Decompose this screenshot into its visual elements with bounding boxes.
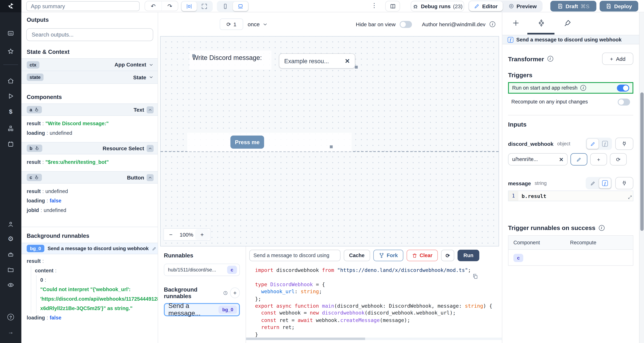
add-transformer-button[interactable]: +Add — [602, 52, 633, 65]
help-icon[interactable]: ? — [8, 314, 14, 320]
component-c-result: undefined — [46, 188, 68, 194]
collapse-button[interactable] — [147, 145, 154, 152]
docs-button[interactable] — [385, 1, 400, 12]
button-component[interactable]: Press me — [187, 133, 352, 152]
recompute-count-button[interactable]: ⟳ 1 — [220, 18, 243, 30]
tab-insert-plus-icon[interactable] — [512, 19, 520, 27]
refresh-resource-button[interactable]: ⟳ — [610, 153, 627, 166]
code-horizontal-scrollbar[interactable] — [246, 338, 502, 340]
expand-sidebar-arrow-icon[interactable]: → — [8, 328, 14, 335]
plug-icon — [621, 180, 627, 186]
windmill-logo[interactable] — [0, 0, 21, 12]
collapse-button[interactable] — [147, 174, 154, 181]
refresh-script-button[interactable]: ⟳ — [441, 250, 454, 261]
edit-pencil-icon[interactable] — [152, 246, 156, 251]
undo-button[interactable]: ↶ — [145, 1, 162, 10]
expand-arrows-icon — [201, 3, 207, 10]
zoom-out-button[interactable]: − — [164, 231, 178, 238]
resource-select-component[interactable]: Example resou... ✕ — [276, 50, 358, 70]
hide-bar-toggle[interactable] — [400, 21, 412, 28]
runnable-item[interactable]: hub/1511/discord/se... c — [164, 264, 240, 276]
eval-mode-button[interactable]: f — [599, 138, 611, 149]
script-name-input[interactable] — [249, 250, 340, 261]
bg0-header[interactable]: bg_0 Send a message to discord using web… — [21, 243, 158, 254]
center-layout-button[interactable] — [182, 2, 197, 11]
chevron-down-icon[interactable] — [149, 62, 154, 67]
code-editor[interactable]: import discordwebhook from "https://deno… — [246, 264, 502, 340]
press-me-button[interactable]: Press me — [230, 136, 264, 148]
info-icon[interactable]: i — [490, 21, 495, 27]
chevron-down-icon[interactable] — [149, 75, 154, 80]
collapse-button[interactable] — [147, 106, 154, 113]
folders-icon[interactable] — [8, 266, 14, 273]
app-canvas[interactable]: Write Discord message: Example resou... … — [160, 36, 499, 246]
mobile-view-button[interactable] — [218, 2, 233, 11]
app-window-icon[interactable] — [8, 30, 14, 36]
recompute-toggle[interactable] — [618, 98, 630, 106]
home-icon[interactable] — [8, 78, 14, 84]
cache-button[interactable]: Cache — [344, 250, 370, 261]
ctx-row[interactable]: ctx App Context — [21, 58, 158, 71]
run-button[interactable]: Run — [458, 250, 479, 261]
info-icon[interactable]: i — [599, 225, 604, 230]
add-background-runnable-button[interactable]: + — [230, 288, 240, 298]
audit-eye-icon[interactable] — [8, 282, 14, 288]
text-component[interactable]: Write Discord message: — [189, 50, 272, 70]
expand-icon[interactable]: ⤢ — [628, 195, 632, 200]
background-runnable-item-selected[interactable]: Send a message... bg_0 — [164, 303, 240, 316]
static-mode-button[interactable] — [586, 178, 599, 188]
transformer-title: Transformer — [508, 55, 544, 62]
scrollbar-thumb[interactable] — [640, 92, 644, 231]
schedules-calendar-icon[interactable] — [8, 141, 14, 148]
runs-play-icon[interactable] — [8, 93, 14, 100]
run-on-start-toggle[interactable] — [617, 84, 629, 92]
kebab-icon: ⋮ — [371, 2, 377, 9]
copy-icon[interactable] — [472, 274, 478, 279]
workers-icon[interactable] — [8, 251, 14, 258]
favorites-star-icon[interactable] — [8, 48, 14, 54]
connect-plug-button[interactable] — [615, 177, 633, 189]
clear-selection-icon[interactable]: ✕ — [345, 57, 350, 65]
settings-gear-icon[interactable]: ⚙ — [8, 236, 14, 242]
fullscreen-button[interactable] — [197, 2, 212, 11]
resize-handle[interactable] — [330, 145, 332, 148]
component-a-header[interactable]: a Text — [21, 104, 158, 116]
fork-button[interactable]: Fork — [373, 250, 403, 261]
search-outputs-input[interactable] — [26, 28, 153, 41]
add-resource-button[interactable]: + — [590, 153, 607, 166]
deploy-label: Deploy — [614, 3, 632, 9]
eval-mode-button[interactable]: f — [599, 178, 611, 188]
resize-handle[interactable] — [355, 66, 358, 68]
info-icon[interactable]: i — [547, 56, 553, 62]
deploy-button[interactable]: Deploy — [600, 1, 638, 12]
message-expression-editor[interactable]: 1 b.result ⤢ — [508, 190, 633, 201]
component-c-header[interactable]: c Button — [21, 171, 158, 184]
static-mode-button[interactable] — [586, 138, 599, 149]
variables-dollar-icon[interactable]: $ — [8, 108, 14, 115]
resize-handle[interactable] — [192, 54, 195, 57]
more-menu-button[interactable]: ⋮ — [371, 2, 378, 9]
tab-preview[interactable]: Preview — [504, 1, 542, 11]
connect-plug-button[interactable] — [615, 138, 633, 150]
frequency-dropdown[interactable]: once — [248, 18, 268, 30]
tab-styling-brush-icon[interactable] — [564, 19, 572, 27]
panel-scrollbar[interactable] — [639, 12, 644, 343]
users-icon[interactable] — [8, 221, 14, 228]
canvas-zoom-control: − 100% + — [164, 228, 210, 241]
info-icon[interactable]: i — [580, 85, 586, 91]
draft-button[interactable]: Draft ⌘S — [550, 1, 596, 12]
state-row[interactable]: state State — [21, 71, 158, 84]
resource-picker[interactable]: u/henri/te... ✕ — [508, 153, 568, 166]
tab-editor[interactable]: Editor — [469, 1, 502, 11]
desktop-view-button[interactable] — [233, 2, 248, 11]
tab-settings-diamonds-icon[interactable] — [538, 19, 545, 27]
zoom-in-button[interactable]: + — [195, 229, 209, 240]
edit-resource-button[interactable] — [570, 153, 587, 166]
component-b-header[interactable]: b Resource Select — [21, 142, 158, 154]
resources-icon[interactable] — [8, 125, 14, 132]
debug-runs-button[interactable]: Debug runs (23) — [411, 1, 464, 12]
app-summary-input[interactable] — [26, 1, 140, 11]
redo-button[interactable]: ↷ — [162, 1, 178, 10]
clear-resource-icon[interactable]: ✕ — [559, 156, 564, 162]
clear-button[interactable]: Clear — [406, 250, 438, 261]
